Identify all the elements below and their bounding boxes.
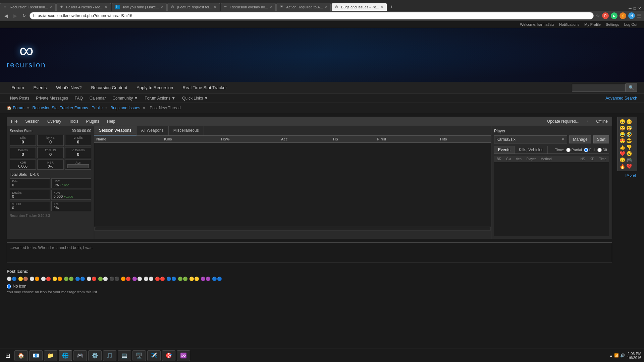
icon-17[interactable]: 🟡🟡 <box>189 277 199 281</box>
tab-all-weapons[interactable]: All Weapons <box>137 126 169 135</box>
refresh-button[interactable]: ↻ <box>21 13 28 19</box>
icon-12[interactable]: 🟣⚪ <box>132 277 142 281</box>
nav-apply[interactable]: Apply to Recursion <box>132 82 178 94</box>
taskbar-email[interactable]: 📧 <box>29 350 43 361</box>
taskbar-browser[interactable]: 🌐 <box>59 350 72 361</box>
emoji-9[interactable]: 👍 <box>620 144 625 150</box>
search-input[interactable] <box>572 84 626 92</box>
tab-close-6[interactable]: ✕ <box>324 5 327 9</box>
overlay-menu-plugins[interactable]: Plugins <box>85 118 100 124</box>
tab-close-5[interactable]: ✕ <box>269 5 272 9</box>
advanced-search-link[interactable]: Advanced Search <box>605 94 637 103</box>
taskbar-music[interactable]: 🎵 <box>103 350 116 361</box>
emoji-6[interactable]: 🤣 <box>626 132 632 137</box>
emoji-14[interactable]: 🎮 <box>626 157 632 163</box>
nav-faq[interactable]: FAQ <box>71 94 86 103</box>
emoji-7[interactable]: 😍 <box>620 138 625 143</box>
dif-radio[interactable] <box>597 148 602 152</box>
tab-close-3[interactable]: ✕ <box>160 5 163 9</box>
icon-5[interactable]: 🟡🟠 <box>52 277 62 281</box>
partial-radio[interactable] <box>566 148 571 152</box>
icon-10[interactable]: ⚫⚫ <box>109 277 119 281</box>
taskbar-laptop[interactable]: 💻 <box>118 350 131 361</box>
tab-close-7[interactable]: ✕ <box>381 5 383 9</box>
taskbar-monitor[interactable]: 🖥️ <box>132 350 146 361</box>
emoji-15[interactable]: 🔥 <box>620 164 625 169</box>
icon-4[interactable]: ⚪🔴 <box>41 277 51 281</box>
tab-kills-vehicles[interactable]: Kills, Vehicles <box>515 146 548 154</box>
extension-red[interactable]: R <box>602 12 609 19</box>
bookmark-icon[interactable]: ☆ <box>596 13 600 18</box>
post-editor[interactable]: ...wanted to try. When I relaunched both… <box>7 242 612 262</box>
icon-1[interactable]: ⚪🔵 <box>7 277 17 281</box>
icon-13[interactable]: ⚪⚪ <box>144 277 154 281</box>
icon-11[interactable]: 🟠🔴 <box>121 277 131 281</box>
nav-recursion-content[interactable]: Recursion Content <box>86 82 132 94</box>
logout-link[interactable]: Log Out <box>624 22 637 26</box>
menu-icon[interactable]: ☰ <box>637 13 641 18</box>
notifications-link[interactable]: Notifications <box>559 22 579 26</box>
icon-19[interactable]: 🔵🔵 <box>212 277 222 281</box>
more-emojis-link[interactable]: [More] <box>617 173 637 178</box>
icon-7[interactable]: 🔵🔵 <box>75 277 85 281</box>
update-required-text[interactable]: Update required... <box>546 118 581 124</box>
emoji-4[interactable]: 😅 <box>626 125 632 131</box>
icon-9[interactable]: 🟢⚪ <box>98 277 108 281</box>
overlay-menu-help[interactable]: Help <box>106 118 117 124</box>
nav-forum[interactable]: Forum <box>7 82 29 94</box>
icon-3[interactable]: ⚪🟠 <box>30 277 40 281</box>
icon-14[interactable]: 🔴🔴 <box>155 277 165 281</box>
tab-close[interactable]: ✕ <box>49 5 52 9</box>
tray-up-icon[interactable]: ▲ <box>609 354 613 358</box>
settings-link[interactable]: Settings <box>606 22 619 26</box>
taskbar-network[interactable]: ✈️ <box>147 350 161 361</box>
nav-private-messages[interactable]: Private Messages <box>33 94 71 103</box>
breadcrumb-bugs[interactable]: Bugs and Issues <box>110 106 140 110</box>
tab-miscellaneous[interactable]: Miscellaneous <box>169 126 204 135</box>
tab-bugs[interactable]: ◎ Bugs and Issues - Po... ✕ <box>331 3 387 11</box>
breadcrumb-forum[interactable]: Forum <box>13 106 24 110</box>
emoji-8[interactable]: 😎 <box>626 138 632 143</box>
tab-close-2[interactable]: ✕ <box>105 5 107 9</box>
weapons-scrollbar[interactable] <box>94 227 491 231</box>
nav-calendar[interactable]: Calendar <box>86 94 109 103</box>
tab-events[interactable]: Events <box>494 146 515 154</box>
nav-new-posts[interactable]: New Posts <box>7 94 33 103</box>
taskbar-target[interactable]: 🎯 <box>162 350 175 361</box>
icon-8[interactable]: ⚪🔴 <box>87 277 97 281</box>
icon-6[interactable]: 🟢🟢 <box>64 277 74 281</box>
search-button[interactable]: 🔍 <box>626 83 637 92</box>
minimize-icon[interactable]: ─ <box>629 6 632 11</box>
nav-quick-links[interactable]: Quick Links ▼ <box>179 94 211 103</box>
emoji-13[interactable]: 😠 <box>620 157 625 163</box>
manage-button[interactable]: Manage <box>569 135 591 143</box>
forward-button[interactable]: ▶ <box>12 12 19 19</box>
emoji-16[interactable]: 💔 <box>626 164 632 169</box>
emoji-10[interactable]: 👎 <box>626 144 632 150</box>
taskbar-recursion[interactable]: ♾️ <box>177 350 190 361</box>
emoji-2[interactable]: 😊 <box>626 119 632 124</box>
icon-2[interactable]: 🟡🟤 <box>18 277 28 281</box>
player-dropdown[interactable]: Karma3six ▼ <box>494 135 567 143</box>
tab-action[interactable]: ✉ Action Required to A... ✕ <box>276 3 330 11</box>
start-menu-button[interactable]: ⊞ <box>3 351 13 361</box>
taskbar-steam[interactable]: 🎮 <box>73 350 87 361</box>
taskbar-clock[interactable]: 2:06 PM 1/6/2016 <box>627 352 641 360</box>
breadcrumb-stat-tracker-forums[interactable]: Recursion Stat Tracker Forums - Public <box>32 106 102 110</box>
tab-close-4[interactable]: ✕ <box>214 5 216 9</box>
emoji-1[interactable]: 😄 <box>620 119 625 124</box>
tab-session-weapons[interactable]: Session Weapons <box>94 126 137 135</box>
emoji-3[interactable]: 😆 <box>620 125 625 131</box>
nav-stat-tracker[interactable]: Real Time Stat Tracker <box>178 82 231 94</box>
overlay-menu-overlay[interactable]: Overlay <box>46 118 62 124</box>
extension-blue[interactable]: N <box>628 12 635 19</box>
back-button[interactable]: ◀ <box>3 12 10 19</box>
tray-volume-icon[interactable]: 🔊 <box>620 353 625 358</box>
extension-green[interactable]: ▶ <box>611 12 618 19</box>
extension-orange[interactable]: ⚡ <box>620 12 626 19</box>
tab-feature[interactable]: ◎ [Feature request for... ✕ <box>167 3 220 11</box>
icon-16[interactable]: 🟢🟢 <box>178 277 188 281</box>
close-icon[interactable]: ✕ <box>638 6 641 11</box>
new-tab-button[interactable]: + <box>388 3 396 11</box>
overlay-menu-file[interactable]: File <box>10 118 19 124</box>
